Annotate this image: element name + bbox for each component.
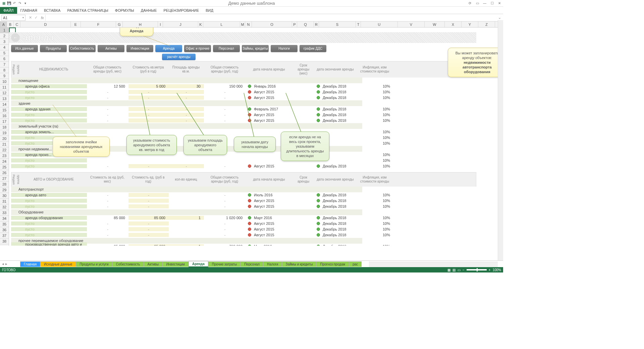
zoom-slider[interactable] <box>467 269 487 270</box>
row-header[interactable]: 20 <box>0 136 9 142</box>
row-header[interactable]: 26 <box>0 170 9 176</box>
row-header[interactable]: 38 <box>0 239 9 244</box>
nav-button[interactable]: Активы <box>98 45 124 52</box>
nav-button[interactable]: Займы, кредиты <box>242 45 269 52</box>
save-icon[interactable]: 💾 <box>7 1 11 6</box>
table-row[interactable]: аренда земель...10% <box>11 129 476 135</box>
tab-file[interactable]: ФАЙЛ <box>0 7 17 14</box>
col-header[interactable]: O <box>252 21 292 27</box>
row-header[interactable]: 5 <box>0 50 9 56</box>
view-layout-icon[interactable]: ▤ <box>452 268 455 272</box>
tab-nav-last-icon[interactable]: ▸ <box>5 262 7 266</box>
col-header[interactable]: A <box>0 21 7 27</box>
zoom-out-icon[interactable]: − <box>463 268 465 272</box>
expand-fb-icon[interactable]: ⌄ <box>496 15 503 20</box>
row-header[interactable]: 1 <box>0 28 9 33</box>
nav-button[interactable]: график ДДС <box>300 45 326 52</box>
row-header[interactable]: 6 <box>0 56 9 62</box>
name-box[interactable]: A1▾ <box>1 15 25 21</box>
sheet-tab[interactable]: Аренда <box>189 261 208 267</box>
sheet-tab[interactable]: Прогноз продаж <box>316 261 349 267</box>
column-headers[interactable]: ABCDEFGHIJKLMNOPQRSTUVWXYZAA <box>0 21 503 28</box>
row-header[interactable]: 34 <box>0 216 9 221</box>
row-header[interactable]: 30 <box>0 193 9 199</box>
col-header[interactable]: G <box>116 21 123 27</box>
col-header[interactable]: V <box>398 21 425 27</box>
row-header[interactable]: 37 <box>0 233 9 239</box>
back-arrow-icon[interactable]: ← <box>11 33 20 42</box>
col-header[interactable]: J <box>163 21 198 27</box>
row-headers[interactable]: 1234567891011121314151617181920212223242… <box>0 28 9 246</box>
formula-input[interactable] <box>45 15 496 21</box>
table-row[interactable]: аренда оборудования85 00085 00011 020 00… <box>11 215 476 221</box>
col-header[interactable]: L <box>203 21 240 27</box>
row-header[interactable]: 28 <box>0 182 9 187</box>
table-row[interactable]: пусто----Август 2015Декабрь 201810% <box>11 89 476 95</box>
table-row[interactable]: пусто----Август 2015Декабрь 201810% <box>11 117 476 123</box>
cancel-icon[interactable]: ✕ <box>29 15 32 20</box>
row-header[interactable]: 23 <box>0 153 9 159</box>
row-header[interactable]: 8 <box>0 67 9 73</box>
row-header[interactable]: 13 <box>0 96 9 102</box>
row-header[interactable]: 3 <box>0 39 9 45</box>
col-header[interactable]: M <box>240 21 245 27</box>
zoom-level[interactable]: 100% <box>492 268 501 272</box>
nav-button[interactable]: Инвестиции <box>126 45 153 52</box>
col-header[interactable]: N <box>245 21 252 27</box>
row-header[interactable]: 17 <box>0 119 9 124</box>
row-header[interactable]: 16 <box>0 113 9 119</box>
row-header[interactable]: 12 <box>0 90 9 96</box>
col-header[interactable]: T <box>356 21 361 27</box>
table-row[interactable]: пусто----Август 2015Декабрь 201810% <box>11 163 476 169</box>
max-icon[interactable]: ☐ <box>490 1 494 6</box>
sheet-tab[interactable]: Главная <box>20 261 40 267</box>
row-header[interactable]: 22 <box>0 147 9 153</box>
row-header[interactable]: 29 <box>0 187 9 193</box>
table-row[interactable]: аренда авто---Июль 2016Декабрь 201810% <box>11 192 476 198</box>
nav-button[interactable]: Исх.данные <box>11 45 38 52</box>
fx-icon[interactable]: fx <box>40 16 45 20</box>
scrollbar-horizontal[interactable] <box>369 262 498 267</box>
fullscreen-icon[interactable]: ▭ <box>475 1 480 6</box>
sheet-tab[interactable]: Инвестиции <box>162 261 189 267</box>
ribbon-tab[interactable]: ГЛАВНАЯ <box>17 7 41 14</box>
undo-icon[interactable]: ↶ <box>12 1 17 6</box>
sheet-tab[interactable]: рас <box>349 261 362 267</box>
col-header[interactable]: B <box>7 21 14 27</box>
nav-button[interactable]: Себестоимость <box>69 45 96 52</box>
tab-nav-first-icon[interactable]: ◂ <box>2 262 4 266</box>
col-header[interactable]: D <box>20 21 71 27</box>
ribbon-tab[interactable]: ВИД <box>202 7 217 14</box>
col-header[interactable]: Q <box>297 21 314 27</box>
view-break-icon[interactable]: ▭ <box>458 268 461 272</box>
ribbon-tab[interactable]: ФОРМУЛЫ <box>112 7 138 14</box>
table-row[interactable]: пусто---Август 2015Декабрь 201810% <box>11 232 476 238</box>
col-header[interactable]: H <box>123 21 158 27</box>
min-icon[interactable]: — <box>482 1 487 6</box>
col-header[interactable]: I <box>158 21 163 27</box>
redo-icon[interactable]: ↷ <box>17 1 22 6</box>
qat-icon[interactable]: ▾ <box>23 1 28 6</box>
row-header[interactable]: 33 <box>0 210 9 216</box>
table-row[interactable]: пусто10% <box>11 157 476 163</box>
col-header[interactable]: E <box>71 21 81 27</box>
row-header[interactable]: 36 <box>0 227 9 233</box>
row-header[interactable]: 10 <box>0 79 9 85</box>
sheet-tab[interactable]: Налоги <box>263 261 282 267</box>
table-row[interactable]: пусто---Август 2015Декабрь 201810% <box>11 221 476 227</box>
table-row[interactable]: пусто---Август 2015Декабрь 201810% <box>11 227 476 232</box>
sheet-tab[interactable]: Исходные данные <box>40 261 76 267</box>
col-header[interactable]: R <box>314 21 319 27</box>
ribbon-tab[interactable]: РЕЦЕНЗИРОВАНИЕ <box>160 7 202 14</box>
table-row[interactable]: пусто---Август 2015Декабрь 201810% <box>11 204 476 209</box>
col-header[interactable]: F <box>81 21 116 27</box>
close-icon[interactable]: ✕ <box>497 1 502 6</box>
table-row[interactable]: аренда офиса12 5005 00030150 000Январь 2… <box>11 83 476 89</box>
sheet-tab[interactable]: Активы <box>144 261 163 267</box>
row-header[interactable]: 9 <box>0 73 9 79</box>
col-header[interactable]: Y <box>462 21 478 27</box>
col-header[interactable]: S <box>319 21 356 27</box>
row-header[interactable]: 35 <box>0 221 9 227</box>
sheet-tab[interactable]: Персонал <box>240 261 263 267</box>
row-header[interactable]: 11 <box>0 85 9 90</box>
